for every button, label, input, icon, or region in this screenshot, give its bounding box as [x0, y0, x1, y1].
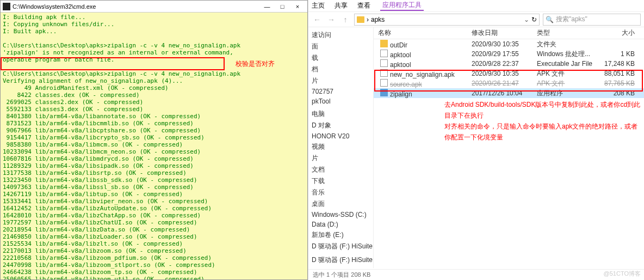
nav-item[interactable]: 载: [308, 52, 373, 64]
nav-item[interactable]: Windows-SSD (C:): [308, 210, 373, 220]
up-button[interactable]: ↑: [340, 15, 351, 24]
file-row[interactable]: apktool2020/9/28 22:37Executable Jar Fil…: [374, 59, 644, 69]
nav-item[interactable]: D 驱动器 (F:) HiSuite: [308, 241, 373, 252]
search-input[interactable]: 🔍 搜索"apks": [543, 14, 641, 26]
nav-item[interactable]: 面: [308, 41, 373, 52]
address-toolbar: ← → ↑ › apks ⌄ ↻ 🔍 搜索"apks": [308, 12, 644, 27]
ribbon-tabs: 主页 共享 查看 应用程序工具: [308, 0, 644, 12]
nav-item[interactable]: 文档: [308, 164, 373, 175]
column-headers[interactable]: 名称 修改日期 类型 大小: [374, 27, 644, 39]
annotation-text: 校验是否对齐: [236, 59, 275, 69]
col-type[interactable]: 类型: [537, 28, 597, 38]
nav-item[interactable]: 档: [308, 64, 373, 75]
nav-item[interactable]: 新加卷 (E:): [308, 229, 373, 241]
annotation-text-2: 去Android SDK/build-tools/SDK版本号中复制到此处，或者…: [444, 99, 644, 143]
col-date[interactable]: 修改日期: [472, 28, 537, 38]
col-size[interactable]: 大小: [597, 28, 640, 38]
file-row[interactable]: apktool2020/9/29 17:55Windows 批处理...1 KB: [374, 49, 644, 59]
nav-item[interactable]: 下载: [308, 175, 373, 187]
address-bar[interactable]: › apks ⌄ ↻: [354, 14, 540, 26]
cmd-window: C:\Windows\system32\cmd.exe — □ × I: Bui…: [0, 0, 308, 280]
maximize-button[interactable]: □: [275, 1, 290, 12]
nav-item[interactable]: 片: [308, 75, 373, 87]
search-icon: 🔍: [546, 16, 554, 23]
explorer-window: 主页 共享 查看 应用程序工具 ← → ↑ › apks ⌄ ↻ 🔍 搜索"ap…: [308, 0, 644, 280]
cmd-titlebar[interactable]: C:\Windows\system32\cmd.exe — □ ×: [1, 1, 307, 13]
file-row[interactable]: new_no_signalign.apk2020/9/30 10:35APK 文…: [374, 69, 644, 78]
file-row[interactable]: source.apk2020/9/26 21:47APK 文件87,765 KB: [374, 78, 644, 88]
nav-item[interactable]: 音乐: [308, 187, 373, 198]
file-row[interactable]: zipalign2017/12/26 10:04应用程序208 KB: [374, 88, 644, 98]
nav-item[interactable]: 桌面: [308, 198, 373, 210]
nav-item[interactable]: 片: [308, 153, 373, 164]
file-icon: [380, 59, 388, 67]
minimize-button[interactable]: —: [259, 1, 275, 12]
nav-item[interactable]: pkTool: [308, 96, 373, 106]
nav-item[interactable]: HONOR V20: [308, 131, 373, 141]
file-row[interactable]: outDir2020/9/30 10:35文件夹: [374, 39, 644, 49]
status-bar: 选中 1 个项目 208 KB: [308, 269, 644, 280]
tab-view[interactable]: 查看: [357, 1, 370, 10]
nav-pane[interactable]: 速访问面载档片702757pkTool电脑D 对象HONOR V20视频片文档下…: [308, 27, 374, 268]
file-icon: [380, 50, 388, 57]
dropdown-icon[interactable]: ⌄: [524, 16, 529, 23]
nav-item[interactable]: D 驱动器 (F:) HiSuite: [308, 254, 373, 266]
refresh-button[interactable]: ↻: [531, 16, 537, 23]
forward-button[interactable]: →: [326, 15, 337, 24]
cmd-output[interactable]: I: Building apk file... I: Copying unkno…: [1, 13, 307, 279]
nav-item[interactable]: Data (D:): [308, 220, 373, 229]
apk-icon: [380, 69, 388, 77]
file-list: 名称 修改日期 类型 大小 outDir2020/9/30 10:35文件夹ap…: [374, 27, 644, 268]
close-button[interactable]: ×: [290, 1, 305, 12]
cmd-title: C:\Windows\system32\cmd.exe: [13, 3, 259, 10]
nav-item[interactable]: 电脑: [308, 108, 373, 120]
back-button[interactable]: ←: [312, 15, 323, 24]
watermark: @51CTO博客: [604, 270, 641, 278]
nav-item[interactable]: D 对象: [308, 120, 373, 131]
apk-icon: [380, 79, 388, 87]
cmd-icon: [3, 3, 10, 10]
folder-icon: [380, 40, 388, 47]
address-path: apks: [371, 16, 385, 23]
tab-home[interactable]: 主页: [312, 1, 325, 10]
exe-icon: [380, 89, 388, 96]
tab-share[interactable]: 共享: [335, 1, 348, 10]
nav-item[interactable]: 702757: [308, 87, 373, 96]
nav-item[interactable]: 速访问: [308, 29, 373, 41]
tab-app-tools[interactable]: 应用程序工具: [380, 1, 424, 11]
folder-icon: [357, 16, 364, 23]
nav-item[interactable]: 视频: [308, 141, 373, 153]
col-name[interactable]: 名称: [374, 28, 472, 38]
